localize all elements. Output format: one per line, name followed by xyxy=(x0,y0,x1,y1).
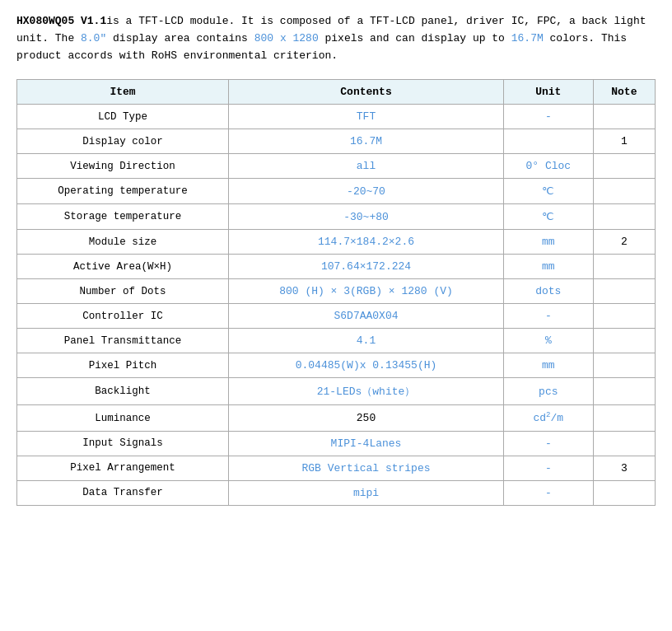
table-header-row: Item Contents Unit Note xyxy=(17,80,656,105)
table-row: Viewing Directionall0° Cloc xyxy=(17,154,656,179)
cell-contents: TFT xyxy=(229,105,504,129)
table-row: Operating temperature-20~70℃ xyxy=(17,179,656,204)
header-note: Note xyxy=(593,80,655,105)
cell-unit: mm xyxy=(503,230,593,255)
cell-note: 1 xyxy=(593,129,655,154)
cell-note xyxy=(593,405,655,431)
cell-unit xyxy=(503,129,593,154)
cell-note xyxy=(593,304,655,329)
cell-item: Storage temperature xyxy=(17,204,229,230)
table-row: Data Transfermipi- xyxy=(17,480,656,505)
cell-unit: % xyxy=(503,329,593,353)
cell-unit: - xyxy=(503,480,593,505)
table-row: Number of Dots800 (H) × 3(RGB) × 1280 (V… xyxy=(17,279,656,304)
cell-note xyxy=(593,329,655,353)
cell-item: Input Signals xyxy=(17,431,229,456)
cell-unit: - xyxy=(503,431,593,456)
spec-table: Item Contents Unit Note LCD TypeTFT-Disp… xyxy=(16,79,656,505)
cell-note xyxy=(593,154,655,179)
cell-contents: RGB Vertical stripes xyxy=(229,456,504,480)
cell-item: Active Area(W×H) xyxy=(17,255,229,279)
resolution: 800 x 1280 xyxy=(254,32,319,44)
cell-item: Operating temperature xyxy=(17,179,229,204)
cell-item: Panel Transmittance xyxy=(17,329,229,353)
table-row: Storage temperature-30~+80℃ xyxy=(17,204,656,230)
cell-contents: 0.04485(W)x 0.13455(H) xyxy=(229,353,504,378)
cell-unit: mm xyxy=(503,353,593,378)
cell-unit: ℃ xyxy=(503,179,593,204)
cell-unit: - xyxy=(503,456,593,480)
colors: 16.7M xyxy=(511,32,544,44)
cell-unit: cd2/m xyxy=(503,405,593,431)
table-row: Display color16.7M1 xyxy=(17,129,656,154)
cell-note xyxy=(593,255,655,279)
header-contents: Contents xyxy=(229,80,504,105)
cell-note: 2 xyxy=(593,230,655,255)
table-row: Backlight21-LEDs（white）pcs xyxy=(17,378,656,405)
cell-contents: MIPI-4Lanes xyxy=(229,431,504,456)
cell-item: Number of Dots xyxy=(17,279,229,304)
cell-contents: 21-LEDs（white） xyxy=(229,378,504,405)
cell-note xyxy=(593,204,655,230)
cell-item: Data Transfer xyxy=(17,480,229,505)
table-row: Pixel Pitch0.04485(W)x 0.13455(H)mm xyxy=(17,353,656,378)
intro-text3: pixels and can display up to xyxy=(319,32,511,44)
cell-contents: 250 xyxy=(229,405,504,431)
cell-unit: pcs xyxy=(503,378,593,405)
cell-item: Display color xyxy=(17,129,229,154)
table-row: Luminance250cd2/m xyxy=(17,405,656,431)
cell-item: Viewing Direction xyxy=(17,154,229,179)
table-row: Input SignalsMIPI-4Lanes- xyxy=(17,431,656,456)
cell-unit: - xyxy=(503,105,593,129)
cell-item: Controller IC xyxy=(17,304,229,329)
table-row: Panel Transmittance4.1% xyxy=(17,329,656,353)
cell-contents: mipi xyxy=(229,480,504,505)
cell-contents: 800 (H) × 3(RGB) × 1280 (V) xyxy=(229,279,504,304)
table-row: Active Area(W×H)107.64×172.224mm xyxy=(17,255,656,279)
intro-paragraph: HX080WQ05 V1.1is a TFT-LCD module. It is… xyxy=(16,13,656,64)
cell-contents: 16.7M xyxy=(229,129,504,154)
cell-contents: -20~70 xyxy=(229,179,504,204)
cell-contents: 114.7×184.2×2.6 xyxy=(229,230,504,255)
cell-item: Pixel Arrangement xyxy=(17,456,229,480)
header-item: Item xyxy=(17,80,229,105)
cell-unit: dots xyxy=(503,279,593,304)
cell-note xyxy=(593,105,655,129)
cell-note: 3 xyxy=(593,456,655,480)
table-row: LCD TypeTFT- xyxy=(17,105,656,129)
cell-item: Pixel Pitch xyxy=(17,353,229,378)
cell-contents: all xyxy=(229,154,504,179)
intro-text2: display area contains xyxy=(106,32,254,44)
cell-contents: 4.1 xyxy=(229,329,504,353)
cell-note xyxy=(593,480,655,505)
cell-item: Luminance xyxy=(17,405,229,431)
table-row: Module size114.7×184.2×2.6mm2 xyxy=(17,230,656,255)
cell-item: Backlight xyxy=(17,378,229,405)
cell-contents: -30~+80 xyxy=(229,204,504,230)
cell-unit: ℃ xyxy=(503,204,593,230)
cell-contents: S6D7AA0X04 xyxy=(229,304,504,329)
table-row: Controller ICS6D7AA0X04- xyxy=(17,304,656,329)
cell-note xyxy=(593,353,655,378)
cell-contents: 107.64×172.224 xyxy=(229,255,504,279)
cell-item: Module size xyxy=(17,230,229,255)
cell-note xyxy=(593,431,655,456)
cell-unit: 0° Cloc xyxy=(503,154,593,179)
table-row: Pixel ArrangementRGB Vertical stripes-3 xyxy=(17,456,656,480)
cell-unit: mm xyxy=(503,255,593,279)
cell-note xyxy=(593,179,655,204)
cell-note xyxy=(593,279,655,304)
header-unit: Unit xyxy=(503,80,593,105)
cell-unit: - xyxy=(503,304,593,329)
cell-item: LCD Type xyxy=(17,105,229,129)
display-size: 8.0" xyxy=(81,32,106,44)
model-name: HX080WQ05 V1.1 xyxy=(16,15,106,27)
cell-note xyxy=(593,378,655,405)
